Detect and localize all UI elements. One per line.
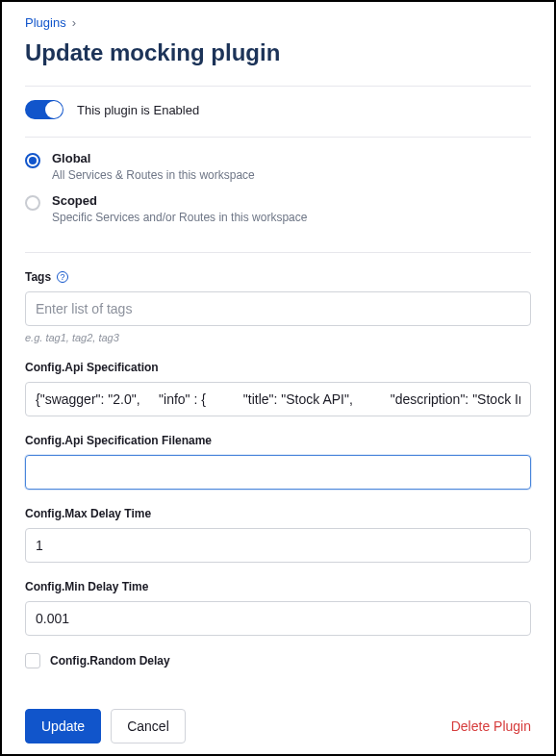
scope-global-desc: All Services & Routes in this workspace (52, 167, 255, 184)
api-spec-filename-input[interactable] (25, 455, 531, 490)
tags-hint: e.g. tag1, tag2, tag3 (25, 332, 531, 343)
update-button[interactable]: Update (25, 709, 101, 743)
min-delay-label: Config.Min Delay Time (25, 580, 148, 593)
page-title: Update mocking plugin (25, 39, 531, 66)
api-spec-label: Config.Api Specification (25, 361, 159, 374)
delete-plugin-button[interactable]: Delete Plugin (451, 718, 531, 734)
enable-section: This plugin is Enabled (25, 87, 531, 137)
divider (25, 252, 531, 253)
min-delay-group: Config.Min Delay Time (25, 580, 531, 636)
scope-scoped-desc: Specific Services and/or Routes in this … (52, 210, 307, 226)
chevron-right-icon: › (72, 15, 76, 30)
radio-scoped[interactable] (25, 195, 40, 211)
enable-toggle[interactable] (25, 100, 63, 119)
help-icon[interactable]: ? (57, 271, 68, 283)
footer: Update Cancel Delete Plugin (25, 709, 531, 743)
max-delay-input[interactable] (25, 528, 531, 563)
breadcrumb: Plugins › (25, 15, 531, 30)
tags-input[interactable] (25, 291, 531, 326)
scope-group: Global All Services & Routes in this wor… (25, 138, 531, 252)
api-spec-group: Config.Api Specification (25, 361, 531, 416)
radio-global[interactable] (25, 153, 40, 168)
max-delay-label: Config.Max Delay Time (25, 507, 151, 520)
toggle-knob (45, 101, 63, 118)
scope-global-text: Global All Services & Routes in this wor… (52, 151, 255, 184)
tags-group: Tags ? e.g. tag1, tag2, tag3 (25, 270, 531, 343)
api-spec-input[interactable] (25, 382, 531, 416)
random-delay-row: Config.Random Delay (25, 653, 531, 668)
scope-global-title: Global (52, 151, 255, 167)
scope-option-global[interactable]: Global All Services & Routes in this wor… (25, 151, 531, 184)
scope-scoped-title: Scoped (52, 193, 307, 210)
tags-label: Tags (25, 270, 51, 284)
random-delay-checkbox[interactable] (25, 653, 40, 668)
enable-toggle-label: This plugin is Enabled (77, 103, 199, 117)
api-spec-filename-group: Config.Api Specification Filename (25, 434, 531, 490)
breadcrumb-plugins-link[interactable]: Plugins (25, 15, 66, 30)
radio-dot (29, 157, 37, 164)
api-spec-filename-label: Config.Api Specification Filename (25, 434, 212, 447)
scope-option-scoped[interactable]: Scoped Specific Services and/or Routes i… (25, 193, 531, 226)
max-delay-group: Config.Max Delay Time (25, 507, 531, 563)
random-delay-label: Config.Random Delay (50, 654, 170, 668)
scope-scoped-text: Scoped Specific Services and/or Routes i… (52, 193, 307, 226)
cancel-button[interactable]: Cancel (111, 709, 186, 743)
min-delay-input[interactable] (25, 601, 531, 636)
